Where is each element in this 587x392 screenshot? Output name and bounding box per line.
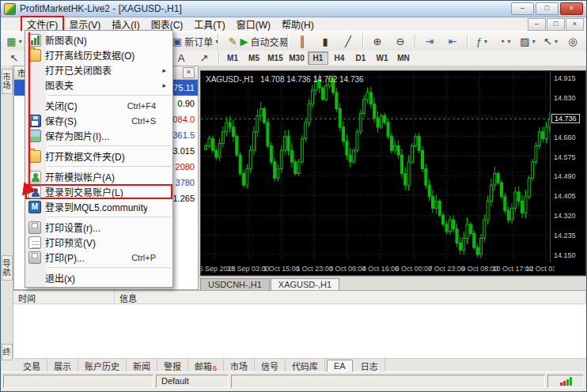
chart-bars-button[interactable]: ║ [291, 32, 313, 50]
docked-tab-navigator[interactable]: 导航 [2, 255, 13, 281]
menu-item-print-setup[interactable]: 打印设置(r)... [25, 220, 172, 235]
new-chart-button[interactable]: ▦▾ [3, 32, 25, 50]
terminal-panel: 时间信息 [13, 290, 586, 358]
chart-line-icon: ╱ [345, 36, 351, 47]
journal-column-header[interactable]: 信息 [115, 291, 586, 303]
auto-scroll-button[interactable]: ⇥ [418, 32, 441, 50]
time-axis[interactable]: 26 Sep 201828 Sep 03:001 Oct 15:001 Oct … [201, 262, 555, 275]
timeframe-m30-button[interactable]: M30 [286, 51, 307, 65]
menu-separator [25, 214, 172, 220]
menu-item-print-preview[interactable]: 打印预览(V) [25, 235, 172, 250]
menu-item-label: 图表夹 [45, 78, 147, 92]
auto-scroll-icon: ⇥ [426, 36, 434, 47]
minimize-button[interactable]: – [511, 2, 534, 15]
terminal-tab-EA[interactable]: EA [327, 360, 353, 372]
toolbar-separator [218, 34, 218, 48]
templates-button[interactable]: ▨▾ [517, 32, 539, 50]
menu-item-open-offline[interactable]: 打开离线历史数据(O) [25, 47, 172, 62]
search-button[interactable]: ◎ [562, 32, 584, 50]
new-order-button[interactable]: ▣新订单▾ [176, 32, 214, 50]
chart-tab-2[interactable]: XAGUSD-,H1 [271, 278, 339, 290]
timeframe-mn-button[interactable]: MN [393, 51, 414, 65]
journal-column-header[interactable]: 时间 [13, 291, 115, 303]
menu-tools[interactable]: 工具(T) [188, 17, 230, 32]
menu-item-open-demo-account[interactable]: 开新模拟帐户(A) [25, 169, 172, 184]
market-watch-close-icon[interactable]: × [183, 67, 195, 78]
maximize-button[interactable]: □ [536, 2, 559, 15]
text-tool-button[interactable]: A [170, 50, 192, 67]
terminal-tab-警报[interactable]: 警报 [157, 359, 188, 373]
candlestick-plot[interactable] [201, 71, 555, 277]
zoom-out-button[interactable]: ⊖ [389, 32, 411, 50]
timeframe-m1-button[interactable]: M1 [222, 51, 243, 65]
menu-item-close[interactable]: 关闭(C)Ctrl+F4 [25, 98, 172, 113]
menu-item-label: 关闭(C) [45, 99, 119, 112]
menu-item-profiles[interactable]: 图表夹▸ [25, 77, 172, 92]
close-button[interactable]: × [560, 2, 583, 15]
mdi-minimize-button[interactable]: – [528, 18, 546, 31]
timeframe-h4-button[interactable]: H4 [329, 51, 350, 65]
terminal-tab-信号[interactable]: 信号 [255, 359, 286, 373]
chevron-down-icon: ▾ [555, 38, 558, 45]
menu-item-login-mql5[interactable]: 登录到MQL5.community [25, 199, 172, 214]
menu-item-save[interactable]: 保存(S)Ctrl+S [25, 113, 172, 128]
menu-item-print[interactable]: 打印(P)...Ctrl+P [25, 250, 172, 265]
cursor-mode-button[interactable]: ↖▾ [540, 32, 562, 50]
status-profile-segment[interactable]: Default [156, 375, 229, 388]
terminal-tab-邮箱[interactable]: 邮箱6 [188, 359, 224, 373]
docked-tab-market[interactable]: 市场 [2, 69, 13, 94]
terminal-tab-label: 市场 [230, 360, 248, 372]
price-tick-label: 14.915 [554, 74, 576, 82]
terminal-tab-代码库[interactable]: 代码库 [286, 359, 325, 373]
menu-item-open-deleted[interactable]: 打开已关闭图表▸ [25, 62, 172, 77]
menu-window[interactable]: 窗口(W) [231, 17, 276, 32]
arrows-tool-button[interactable]: ↗ [193, 50, 215, 67]
terminal-tab-交易[interactable]: 交易 [17, 359, 47, 373]
menu-separator [25, 143, 172, 149]
docked-tab-terminal[interactable]: 终端 [2, 344, 13, 360]
menu-item-save-picture[interactable]: 保存为图片(I)... [25, 128, 172, 143]
cursor-button[interactable]: ↖ [3, 50, 25, 67]
timeframe-h1-button[interactable]: H1 [308, 51, 328, 65]
unread-badge: 6 [213, 364, 217, 372]
metaeditor-icon: ✎ [229, 36, 237, 47]
menu-item-label: 保存(S) [45, 114, 123, 127]
mdi-close-button[interactable]: × [566, 18, 584, 31]
timeframe-m5-button[interactable]: M5 [244, 51, 264, 65]
autotrading-button[interactable]: ▶自动交易 [244, 32, 284, 50]
indicators-button[interactable]: ƒ▾ [471, 32, 493, 50]
terminal-tab-展示[interactable]: 展示 [47, 359, 78, 373]
price-axis[interactable]: 14.91514.83014.74514.66014.57514.49014.4… [550, 71, 585, 262]
timeframe-d1-button[interactable]: D1 [350, 51, 371, 65]
timeframe-w1-button[interactable]: W1 [372, 51, 392, 65]
timeframe-m15-button[interactable]: M15 [265, 51, 286, 65]
menu-item-label: 保存为图片(I)... [45, 129, 147, 142]
terminal-tab-日志[interactable]: 日志 [354, 359, 385, 373]
chart-candles-button[interactable]: ▮ [314, 32, 336, 50]
chart-symbol-label: XAGUSD-,H1 [206, 75, 254, 84]
menu-help[interactable]: 帮助(H) [276, 17, 320, 32]
terminal-tab-label: 交易 [23, 360, 40, 372]
menu-item-label: 新图表(N) [45, 33, 147, 47]
terminal-tab-新闻[interactable]: 新闻 [127, 359, 157, 373]
chart-tab-1[interactable]: USDCNH-,H1 [200, 278, 270, 290]
chart-line-button[interactable]: ╱ [337, 32, 359, 50]
menu-item-label: 打开数据文件夹(D) [45, 149, 147, 163]
price-tick-label: 14.150 [554, 251, 576, 259]
periods-button[interactable]: ◔▾ [494, 32, 516, 50]
zoom-in-button[interactable]: ⊕ [366, 32, 388, 50]
terminal-tab-label: 账户历史 [85, 360, 119, 372]
chart-area[interactable]: XAGUSD-,H1 14.708 14.736 14.702 14.736 1… [200, 70, 586, 276]
chart-symbol-ohlc: XAGUSD-,H1 14.708 14.736 14.702 14.736 [206, 75, 364, 84]
mdi-restore-button[interactable]: □ [547, 18, 565, 31]
blank-icon [28, 100, 41, 112]
menu-item-login-trade-account[interactable]: 登录到交易账户(L) [25, 184, 172, 199]
menu-item-open-data-folder[interactable]: 打开数据文件夹(D) [25, 149, 172, 164]
menu-item-new-chart[interactable]: 新图表(N) [25, 32, 172, 47]
printer-icon [28, 221, 41, 234]
terminal-tab-账户历史[interactable]: 账户历史 [78, 359, 127, 373]
search-icon: ◎ [568, 36, 577, 47]
terminal-tab-市场[interactable]: 市场 [224, 359, 255, 373]
chart-shift-button[interactable]: ⇤ [441, 32, 464, 50]
menu-item-exit[interactable]: 退出(x) [25, 270, 172, 285]
